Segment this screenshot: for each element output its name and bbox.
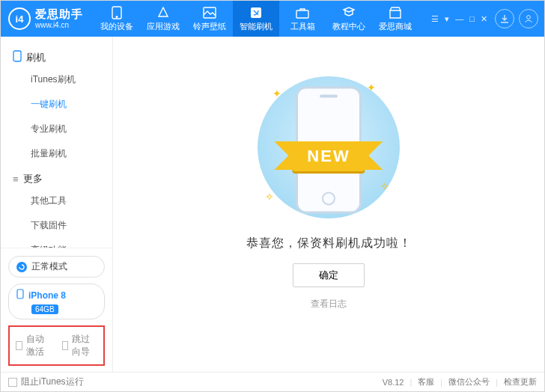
success-message: 恭喜您，保资料刷机成功啦！	[246, 236, 412, 251]
section-title: 更多	[23, 172, 43, 186]
brand-name: 爱思助手	[35, 8, 83, 21]
checkbox-icon	[62, 341, 69, 350]
statusbar-right: V8.12 | 客服 | 微信公众号 | 检查更新	[383, 376, 537, 388]
spark-icon: ✧	[380, 180, 389, 192]
tab-label: 工具箱	[290, 21, 315, 32]
sidebar-section-flash: 刷机	[1, 44, 112, 67]
flash-options-box: 自动激活 跳过向导	[8, 325, 105, 366]
titlebar: i4 爱思助手 www.i4.cn 我的设备 应用游戏 铃声壁纸 智能刷机	[1, 1, 544, 37]
logo-text: 爱思助手 www.i4.cn	[35, 8, 83, 29]
tab-label: 铃声壁纸	[193, 21, 226, 32]
checkbox-icon	[8, 378, 17, 387]
sidebar-item-advanced[interactable]: 高级功能	[1, 238, 112, 248]
svg-rect-7	[17, 290, 23, 298]
wechat-link[interactable]: 微信公众号	[448, 376, 490, 388]
logo: i4 爱思助手 www.i4.cn	[5, 7, 94, 30]
tab-apps-games[interactable]: 应用游戏	[140, 1, 186, 37]
brand-site: www.i4.cn	[35, 21, 83, 29]
tab-store[interactable]: 爱思商城	[372, 1, 418, 37]
mode-pill[interactable]: 正常模式	[8, 256, 105, 278]
logo-icon: i4	[8, 7, 31, 30]
sidebar-scroll: 刷机 iTunes刷机 一键刷机 专业刷机 批量刷机 ≡ 更多 其他工具 下载固…	[1, 37, 112, 248]
titlebar-actions: ☰ ▾ — □ ✕	[431, 9, 538, 28]
auto-activate-checkbox[interactable]: 自动激活	[16, 333, 50, 358]
separator: |	[440, 378, 442, 387]
logo-mark: i4	[16, 13, 24, 25]
store-icon	[389, 6, 402, 19]
sidebar-section-more: ≡ 更多	[1, 166, 112, 189]
device-pill[interactable]: iPhone 8 64GB	[8, 284, 105, 319]
version-label: V8.12	[383, 378, 404, 387]
tab-ringtones[interactable]: 铃声壁纸	[186, 1, 233, 37]
sidebar-item-oneclick-flash[interactable]: 一键刷机	[1, 92, 112, 117]
mode-label: 正常模式	[31, 260, 67, 273]
body: 刷机 iTunes刷机 一键刷机 专业刷机 批量刷机 ≡ 更多 其他工具 下载固…	[1, 37, 544, 372]
tutorial-icon	[342, 6, 356, 19]
flash-icon	[249, 6, 263, 19]
sidebar-item-batch-flash[interactable]: 批量刷机	[1, 141, 112, 166]
skip-guide-checkbox[interactable]: 跳过向导	[62, 333, 97, 358]
support-link[interactable]: 客服	[418, 376, 434, 388]
download-button[interactable]	[495, 9, 514, 28]
spark-icon: ✦	[367, 82, 376, 94]
app-window: i4 爱思助手 www.i4.cn 我的设备 应用游戏 铃声壁纸 智能刷机	[0, 0, 545, 392]
block-itunes-checkbox[interactable]: 阻止iTunes运行	[8, 376, 84, 388]
minimize-icon[interactable]: —	[455, 14, 463, 24]
tab-label: 教程中心	[332, 21, 365, 32]
update-link[interactable]: 检查更新	[504, 376, 537, 388]
image-icon	[203, 6, 216, 19]
maximize-icon[interactable]: □	[469, 14, 475, 24]
spark-icon: ✦	[272, 88, 281, 99]
sidebar-item-download-firmware[interactable]: 下载固件	[1, 213, 112, 238]
sidebar-item-pro-flash[interactable]: 专业刷机	[1, 117, 112, 141]
phone-outline-icon	[13, 50, 22, 64]
device-name: iPhone 8	[28, 290, 66, 301]
mode-icon	[16, 262, 27, 272]
checkbox-icon	[16, 341, 22, 350]
statusbar: 阻止iTunes运行 V8.12 | 客服 | 微信公众号 | 检查更新	[1, 372, 544, 391]
svg-rect-4	[296, 10, 308, 18]
svg-point-5	[527, 16, 531, 19]
user-button[interactable]	[519, 9, 538, 28]
checkbox-label: 跳过向导	[72, 333, 96, 358]
pin-icon[interactable]: ▾	[445, 14, 449, 24]
checkbox-label: 阻止iTunes运行	[21, 376, 84, 388]
main-content: ✦ ✦ ✧ ✧ NEW 恭喜您，保资料刷机成功啦！ 确定 查看日志	[113, 37, 544, 372]
svg-point-1	[116, 16, 118, 17]
spark-icon: ✧	[265, 191, 274, 203]
ok-button[interactable]: 确定	[293, 263, 365, 287]
tab-tutorials[interactable]: 教程中心	[326, 1, 372, 37]
apps-icon	[156, 6, 170, 19]
checkbox-label: 自动激活	[26, 333, 50, 358]
more-icon: ≡	[13, 174, 19, 185]
menu-icon[interactable]: ☰	[431, 14, 439, 24]
close-icon[interactable]: ✕	[481, 14, 487, 24]
phone-icon	[110, 6, 124, 19]
top-tabs: 我的设备 应用游戏 铃声壁纸 智能刷机 工具箱 教程中心	[94, 1, 418, 37]
view-log-link[interactable]: 查看日志	[311, 298, 347, 310]
separator: |	[409, 378, 412, 387]
tab-label: 爱思商城	[379, 21, 412, 32]
toolbox-icon	[296, 6, 309, 19]
new-ribbon: NEW	[292, 141, 365, 171]
sidebar-item-other-tools[interactable]: 其他工具	[1, 189, 112, 213]
section-title: 刷机	[26, 51, 46, 64]
tab-label: 智能刷机	[240, 21, 272, 32]
tab-label: 应用游戏	[147, 21, 180, 32]
tab-my-device[interactable]: 我的设备	[94, 1, 140, 37]
tab-toolbox[interactable]: 工具箱	[279, 1, 326, 37]
window-buttons: ☰ ▾ — □ ✕	[431, 14, 487, 24]
separator: |	[496, 378, 498, 387]
sidebar-bottom: 正常模式 iPhone 8 64GB 自动激活 跳过向导	[1, 248, 112, 372]
sidebar-item-itunes-flash[interactable]: iTunes刷机	[1, 67, 112, 92]
tab-flash[interactable]: 智能刷机	[233, 1, 279, 37]
device-phone-icon	[16, 289, 24, 301]
sidebar: 刷机 iTunes刷机 一键刷机 专业刷机 批量刷机 ≡ 更多 其他工具 下载固…	[1, 37, 113, 372]
storage-badge: 64GB	[31, 304, 58, 314]
success-illustration: ✦ ✦ ✧ ✧ NEW	[250, 73, 407, 222]
tab-label: 我的设备	[100, 21, 133, 32]
svg-rect-6	[13, 51, 21, 61]
